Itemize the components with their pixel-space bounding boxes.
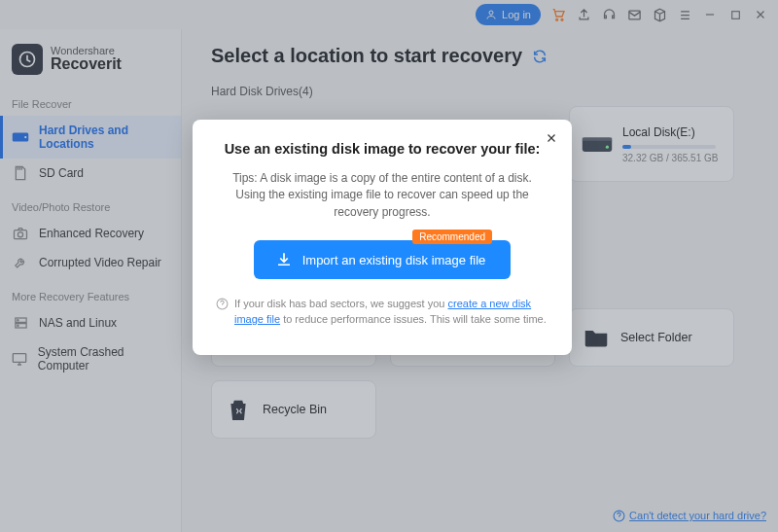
import-disk-image-button[interactable]: Import an existing disk image file xyxy=(254,240,512,279)
modal-tips: Tips: A disk image is a copy of the enti… xyxy=(216,170,548,221)
help-icon xyxy=(216,298,229,310)
modal-note: If your disk has bad sectors, we suggest… xyxy=(216,297,548,328)
modal-close-button[interactable] xyxy=(545,131,558,145)
recommended-badge: Recommended xyxy=(412,230,492,244)
import-button-label: Import an existing disk image file xyxy=(302,253,486,267)
close-icon xyxy=(545,131,558,145)
modal-title: Use an existing disk image to recover yo… xyxy=(216,141,548,157)
disk-image-modal: Use an existing disk image to recover yo… xyxy=(193,120,572,355)
download-icon xyxy=(275,251,293,268)
